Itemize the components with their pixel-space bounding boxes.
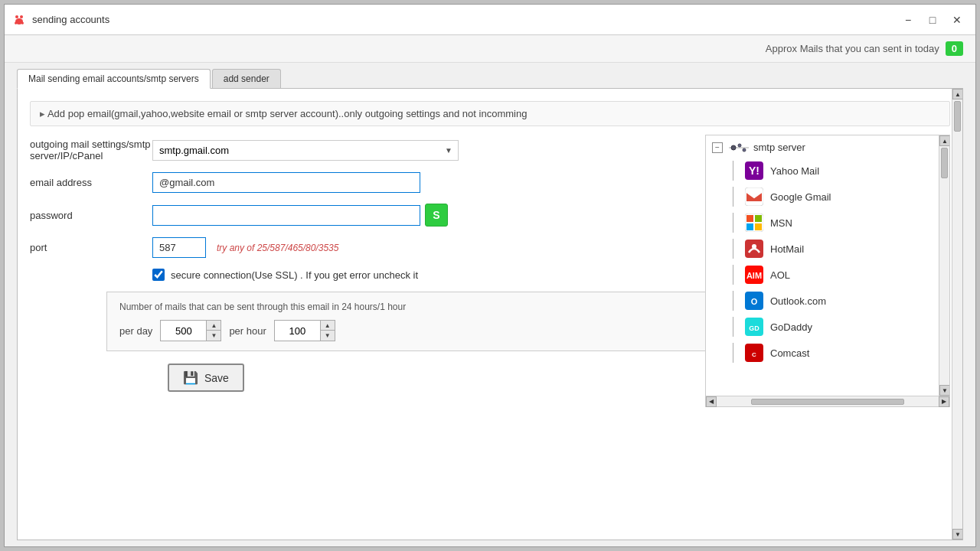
tree-line-yahoo xyxy=(727,161,738,181)
yahoo-label: Yahoo Mail xyxy=(770,165,819,177)
info-banner: Add pop email(gmail,yahoo,website email … xyxy=(30,101,950,126)
godaddy-icon: GD xyxy=(744,317,764,337)
port-input[interactable] xyxy=(152,237,206,258)
approx-mails-indicator: Approx Mails that you can sent in today … xyxy=(766,41,963,56)
aol-label: AOL xyxy=(770,269,790,281)
per-hour-decrement[interactable]: ▼ xyxy=(321,331,335,341)
minimize-button[interactable]: − xyxy=(897,11,919,29)
per-hour-input[interactable] xyxy=(274,320,320,341)
svg-point-8 xyxy=(743,148,746,152)
approx-mails-count: 0 xyxy=(946,41,963,56)
password-label: password xyxy=(30,210,152,221)
tab-mail-sending[interactable]: Mail sending email accounts/smtp servers xyxy=(17,69,211,89)
tree-item-yahoo[interactable]: Y! Yahoo Mail xyxy=(712,158,933,184)
comcast-icon: C xyxy=(744,343,764,363)
top-bar: Approx Mails that you can sent in today … xyxy=(5,35,975,63)
email-input[interactable] xyxy=(152,172,420,193)
per-day-increment[interactable]: ▲ xyxy=(207,321,220,331)
svg-point-18 xyxy=(752,244,756,249)
svg-text:O: O xyxy=(751,297,758,306)
per-hour-spinner: ▲ ▼ xyxy=(274,320,335,341)
tree-item-msn[interactable]: MSN xyxy=(712,210,933,236)
tree-scroll-thumb[interactable] xyxy=(941,148,948,178)
outlook-icon: O xyxy=(744,291,764,311)
hotmail-label: HotMail xyxy=(770,243,804,255)
port-label: port xyxy=(30,242,152,253)
hscroll-track xyxy=(717,397,939,406)
tree-item-gmail[interactable]: Google Gmail xyxy=(712,184,933,210)
tab-bar: Mail sending email accounts/smtp servers… xyxy=(5,63,975,88)
per-hour-spinner-btns: ▲ ▼ xyxy=(320,320,335,341)
tree-line-comcast xyxy=(727,343,738,363)
main-scroll-up[interactable]: ▲ xyxy=(952,89,963,99)
smtp-tree-panel: − smtp server xyxy=(705,135,950,407)
svg-point-1 xyxy=(20,15,23,18)
tree-scroll-track xyxy=(939,146,949,385)
save-icon: 💾 xyxy=(183,370,198,385)
tree-vertical-scrollbar: ▲ ▼ xyxy=(939,135,949,396)
tree-scroll-left[interactable]: ◀ xyxy=(706,396,717,407)
tree-item-godaddy[interactable]: GD GoDaddy xyxy=(712,314,933,340)
per-day-spinner-btns: ▲ ▼ xyxy=(206,320,221,341)
svg-point-7 xyxy=(738,144,741,147)
per-day-label: per day xyxy=(119,325,152,337)
tree-item-outlook[interactable]: O Outlook.com xyxy=(712,288,933,314)
svg-text:Y!: Y! xyxy=(749,165,760,177)
tree-item-hotmail[interactable]: HotMail xyxy=(712,236,933,262)
svg-text:C: C xyxy=(752,351,756,358)
per-hour-increment[interactable]: ▲ xyxy=(321,321,335,331)
main-scroll-thumb[interactable] xyxy=(954,101,961,132)
tree-line-gmail xyxy=(727,187,738,207)
tree-line-aol xyxy=(727,265,738,285)
window-controls: − □ ✕ xyxy=(897,11,968,29)
app-icon xyxy=(12,13,26,27)
tree-container: − smtp server xyxy=(706,135,949,396)
tree-item-comcast[interactable]: C Comcast xyxy=(712,340,933,366)
tree-collapse-button[interactable]: − xyxy=(712,142,723,153)
password-toggle-button[interactable]: S xyxy=(425,204,448,227)
close-button[interactable]: ✕ xyxy=(946,11,968,29)
svg-rect-16 xyxy=(755,223,762,230)
save-label: Save xyxy=(204,372,229,384)
outlook-label: Outlook.com xyxy=(770,295,826,307)
svg-rect-13 xyxy=(746,215,753,222)
tree-connector-lines xyxy=(727,142,750,153)
smtp-label: outgoing mail settings/smtp server/IP/cP… xyxy=(30,139,152,161)
main-scroll-down[interactable]: ▼ xyxy=(952,529,963,540)
save-button[interactable]: 💾 Save xyxy=(168,364,244,392)
msn-icon xyxy=(744,213,764,233)
main-vertical-scrollbar: ▲ ▼ xyxy=(952,89,962,540)
smtp-tree-root-label: smtp server xyxy=(753,142,805,153)
per-day-decrement[interactable]: ▼ xyxy=(207,331,220,341)
aol-icon: AIM xyxy=(744,265,764,285)
gmail-icon xyxy=(744,187,764,207)
tree-horizontal-scrollbar: ◀ ▶ xyxy=(706,396,949,406)
yahoo-icon: Y! xyxy=(744,161,764,181)
tree-root-node: − smtp server xyxy=(712,142,933,153)
gmail-label: Google Gmail xyxy=(770,191,831,203)
tree-scroll-up[interactable]: ▲ xyxy=(939,135,949,146)
godaddy-label: GoDaddy xyxy=(770,321,812,333)
ssl-label[interactable]: secure connection(Use SSL) . If you get … xyxy=(171,269,418,281)
password-input[interactable] xyxy=(152,205,420,226)
per-day-spinner: ▲ ▼ xyxy=(160,320,221,341)
per-hour-label: per hour xyxy=(229,325,266,337)
tree-item-aol[interactable]: AIM AOL xyxy=(712,262,933,288)
smtp-server-select[interactable]: smtp.gmail.com smtp.yahoo.com smtp.live.… xyxy=(152,140,459,161)
ssl-checkbox[interactable] xyxy=(152,269,165,281)
tab-add-sender[interactable]: add sender xyxy=(212,69,281,88)
maximize-button[interactable]: □ xyxy=(922,11,943,29)
window-title: sending accounts xyxy=(32,14,897,25)
per-day-input[interactable] xyxy=(160,320,206,341)
hotmail-icon xyxy=(744,239,764,259)
approx-mails-label: Approx Mails that you can sent in today xyxy=(766,43,939,54)
svg-rect-14 xyxy=(755,215,762,222)
tree-scroll-right[interactable]: ▶ xyxy=(939,396,949,407)
svg-text:GD: GD xyxy=(749,324,760,332)
svg-text:AIM: AIM xyxy=(746,271,762,280)
tree-scroll-down[interactable]: ▼ xyxy=(939,385,949,396)
hscroll-thumb[interactable] xyxy=(751,399,904,405)
main-scroll-track xyxy=(952,99,962,529)
svg-point-6 xyxy=(731,145,736,150)
port-hint: try any of 25/587/465/80/3535 xyxy=(217,243,338,253)
